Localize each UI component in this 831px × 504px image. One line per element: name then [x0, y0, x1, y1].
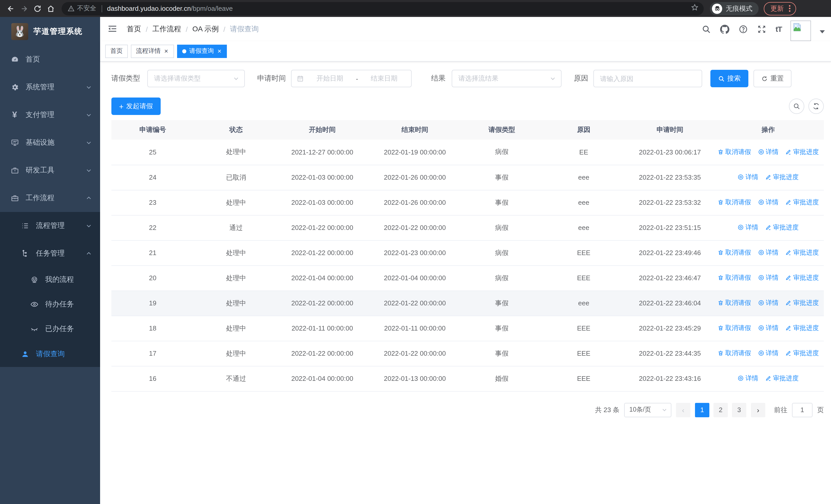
approval-progress-link[interactable]: 审批进度 [765, 173, 799, 182]
browser-menu-icon[interactable] [788, 5, 792, 12]
sidebar-item-done-tasks[interactable]: 已办任务 [0, 317, 100, 341]
cell-status: 处理中 [194, 341, 278, 366]
goto-page-input[interactable] [792, 403, 812, 417]
sidebar-item-task-management[interactable]: 任务管理 [0, 240, 100, 267]
eye-icon [738, 174, 744, 180]
approval-progress-link[interactable]: 审批进度 [765, 223, 799, 232]
page-size-select[interactable]: 10条/页 [624, 403, 671, 417]
tab-home[interactable]: 首页 [105, 45, 128, 58]
show-search-toggle-button[interactable] [789, 98, 804, 114]
detail-link[interactable]: 详情 [758, 148, 778, 156]
bookmark-star-icon[interactable] [691, 4, 698, 13]
avatar[interactable] [791, 20, 811, 41]
help-icon[interactable] [739, 24, 748, 34]
cancel-leave-link[interactable]: 取消请假 [718, 349, 751, 358]
approval-progress-link[interactable]: 审批进度 [785, 299, 819, 307]
detail-link[interactable]: 详情 [758, 349, 778, 358]
browser-home-button[interactable] [44, 2, 57, 15]
sidebar-item-home[interactable]: 首页 [0, 46, 100, 73]
prev-page-button[interactable]: ‹ [676, 403, 690, 417]
breadcrumb-item-home[interactable]: 首页 [127, 24, 141, 34]
sidebar-collapse-button[interactable] [107, 23, 119, 35]
detail-link[interactable]: 详情 [758, 198, 778, 207]
sidebar-item-dev-tools[interactable]: 研发工具 [0, 156, 100, 184]
refresh-table-button[interactable] [808, 98, 824, 114]
page-button-2[interactable]: 2 [713, 403, 728, 417]
cancel-leave-link[interactable]: 取消请假 [718, 148, 751, 156]
close-icon[interactable]: × [164, 48, 169, 54]
detail-link[interactable]: 详情 [758, 273, 778, 282]
browser-reload-button[interactable] [31, 2, 44, 15]
sidebar-item-my-process[interactable]: 我的流程 [0, 267, 100, 292]
page-content: 请假类型 请选择请假类型 申请时间 开始日期 - 结束日期 结果 请选择流 [100, 62, 831, 504]
detail-link[interactable]: 详情 [738, 374, 758, 383]
breadcrumb-item-workflow[interactable]: 工作流程 [152, 24, 181, 34]
eye-open-icon [30, 300, 38, 309]
url-text: dashboard.yudao.iocoder.cn/bpm/oa/leave [107, 5, 687, 12]
fullscreen-icon[interactable] [757, 24, 767, 34]
cancel-leave-link[interactable]: 取消请假 [718, 198, 751, 207]
avatar-caret-icon[interactable] [820, 30, 825, 33]
detail-link[interactable]: 详情 [758, 248, 778, 257]
column-header-end: 结束时间 [367, 120, 463, 140]
cancel-leave-link[interactable]: 取消请假 [718, 273, 751, 282]
cancel-leave-link[interactable]: 取消请假 [718, 299, 751, 307]
detail-link[interactable]: 详情 [738, 173, 758, 182]
tab-leave-query[interactable]: 请假查询 × [177, 45, 227, 58]
next-page-button[interactable]: › [751, 403, 765, 417]
sidebar-item-todo-tasks[interactable]: 待办任务 [0, 292, 100, 317]
approval-progress-link[interactable]: 审批进度 [785, 198, 819, 207]
approval-progress-link[interactable]: 审批进度 [785, 273, 819, 282]
apply-time-range-picker[interactable]: 开始日期 - 结束日期 [291, 70, 412, 87]
eye-icon [758, 300, 764, 306]
sidebar-item-infrastructure[interactable]: 基础设施 [0, 129, 100, 156]
reason-input[interactable] [594, 70, 701, 87]
approval-progress-link[interactable]: 审批进度 [785, 349, 819, 358]
page-button-1[interactable]: 1 [695, 403, 709, 417]
cell-apply-time: 2022-01-22 23:49:46 [627, 240, 713, 265]
sidebar-item-leave-query[interactable]: 请假查询 [0, 341, 100, 367]
approval-progress-link[interactable]: 审批进度 [785, 148, 819, 156]
close-icon[interactable]: × [217, 48, 222, 54]
create-leave-button[interactable]: + 发起请假 [111, 97, 161, 115]
result-select[interactable]: 请选择流结果 [452, 70, 562, 87]
browser-forward-button[interactable] [18, 2, 31, 15]
tab-process-detail[interactable]: 流程详情 × [131, 45, 174, 58]
search-button[interactable]: 搜索 [710, 70, 748, 87]
approval-progress-link[interactable]: 审批进度 [765, 374, 799, 383]
end-date-placeholder[interactable]: 结束日期 [362, 74, 406, 83]
sidebar-item-payment[interactable]: ¥ 支付管理 [0, 101, 100, 129]
start-date-placeholder[interactable]: 开始日期 [308, 74, 352, 83]
address-bar[interactable]: 不安全 dashboard.yudao.iocoder.cn/bpm/oa/le… [62, 2, 704, 15]
github-icon[interactable] [720, 24, 730, 34]
leave-type-select[interactable]: 请选择请假类型 [147, 70, 245, 87]
table-row: 21 处理中 2022-01-22 00:00:00 2022-01-23 00… [111, 240, 824, 265]
breadcrumb-item-oa-example[interactable]: OA 示例 [193, 24, 219, 34]
header-search-icon[interactable] [701, 24, 711, 34]
security-indicator[interactable]: 不安全 [68, 4, 96, 13]
approval-progress-link[interactable]: 审批进度 [785, 324, 819, 333]
sidebar-item-process-management[interactable]: 流程管理 [0, 212, 100, 240]
font-size-icon[interactable]: tT [776, 25, 782, 33]
detail-link[interactable]: 详情 [758, 299, 778, 307]
cell-apply-time: 2022-01-22 23:53:35 [627, 165, 713, 190]
detail-link[interactable]: 详情 [738, 223, 758, 232]
approval-progress-link[interactable]: 审批进度 [785, 248, 819, 257]
cell-apply-time: 2022-01-22 23:46:04 [627, 291, 713, 316]
browser-back-button[interactable] [4, 2, 18, 15]
cancel-leave-link[interactable]: 取消请假 [718, 324, 751, 333]
browser-update-button[interactable]: 更新 [764, 2, 796, 15]
app-logo[interactable]: 🐰 芋道管理系统 [0, 17, 100, 46]
page-button-3[interactable]: 3 [732, 403, 746, 417]
face-icon [30, 275, 38, 284]
reason-label: 原因 [574, 74, 588, 83]
cancel-leave-link[interactable]: 取消请假 [718, 248, 751, 257]
reset-button[interactable]: 重置 [753, 70, 792, 87]
column-header-id: 申请编号 [111, 120, 194, 140]
sidebar-item-system[interactable]: 系统管理 [0, 73, 100, 101]
detail-link[interactable]: 详情 [758, 324, 778, 333]
cell-end-time: 2022-01-26 00:00:00 [367, 190, 463, 215]
cell-end-time: 2022-01-04 00:00:00 [367, 265, 463, 291]
trash-icon [718, 250, 724, 256]
sidebar-item-workflow[interactable]: 工作流程 [0, 184, 100, 212]
